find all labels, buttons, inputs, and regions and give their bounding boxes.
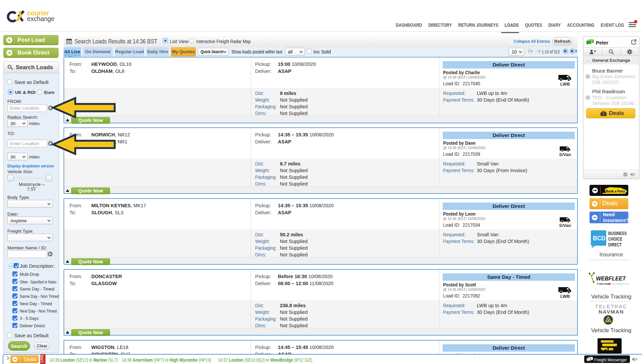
svg-text:TOMTOM: TOMTOM: [597, 282, 609, 285]
svg-text:WEBFLEET: WEBFLEET: [596, 275, 626, 281]
svg-text:BCD: BCD: [593, 235, 606, 242]
svg-text:DIRECT: DIRECT: [608, 242, 622, 247]
svg-text:TELEMATICS: TELEMATICS: [611, 283, 629, 285]
svg-text:exchange: exchange: [27, 15, 55, 22]
svg-text:Book a Ferry: Book a Ferry: [606, 189, 626, 193]
svg-text:CHOICE: CHOICE: [608, 236, 622, 242]
svg-text:BUSINESS: BUSINESS: [608, 230, 627, 236]
